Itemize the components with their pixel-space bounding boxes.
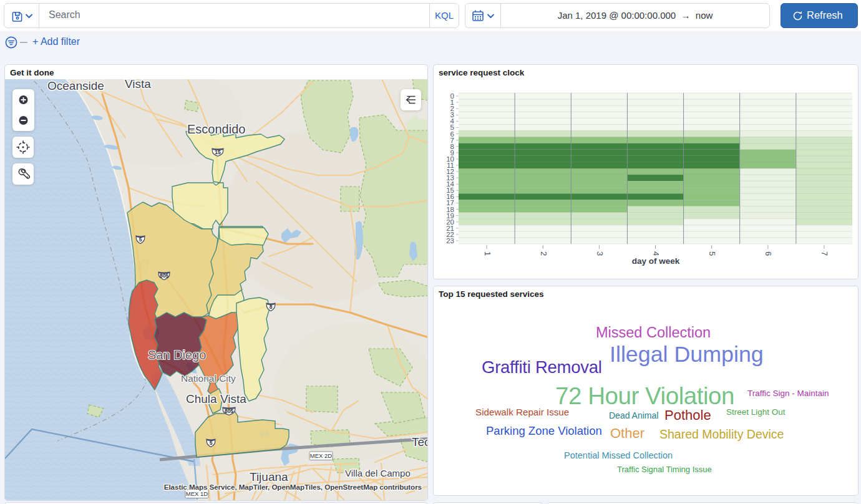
svg-text:5: 5	[210, 440, 213, 446]
svg-text:Vista: Vista	[125, 79, 151, 90]
svg-text:5: 5	[708, 251, 717, 256]
svg-text:Villa del Campo: Villa del Campo	[345, 468, 411, 478]
svg-text:Tijuana: Tijuana	[250, 470, 288, 483]
svg-text:5: 5	[139, 236, 142, 243]
svg-text:Elastic Maps Service, MapTiler: Elastic Maps Service, MapTiler, OpenMapT…	[164, 483, 422, 491]
svg-text:1: 1	[483, 251, 492, 256]
svg-text:8: 8	[270, 304, 273, 310]
svg-text:San Diego: San Diego	[148, 348, 206, 362]
svg-text:MEX 1D: MEX 1D	[186, 490, 208, 497]
svg-text:day of week: day of week	[632, 256, 680, 266]
svg-text:Tecate: Tecate	[412, 435, 428, 448]
svg-text:23: 23	[446, 237, 454, 245]
svg-text:805: 805	[225, 408, 233, 414]
svg-text:805: 805	[160, 273, 168, 279]
svg-text:Escondido: Escondido	[187, 122, 245, 136]
svg-text:MEX 2D: MEX 2D	[310, 452, 333, 459]
svg-text:3: 3	[595, 251, 605, 256]
svg-text:4: 4	[651, 251, 661, 256]
svg-text:Oceanside: Oceanside	[47, 79, 104, 92]
svg-text:6: 6	[764, 251, 773, 256]
svg-text:7: 7	[820, 251, 829, 256]
svg-text:Chula Vista: Chula Vista	[186, 392, 246, 405]
svg-text:National City: National City	[181, 373, 236, 384]
svg-text:2: 2	[539, 251, 548, 256]
svg-text:15: 15	[215, 149, 221, 155]
